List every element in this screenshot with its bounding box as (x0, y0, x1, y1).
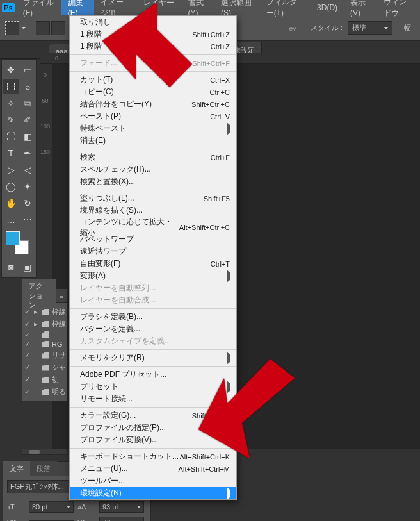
edit-toolbar[interactable]: ⋯ (20, 212, 35, 227)
menu-item[interactable]: 検索Ctrl+F (70, 151, 236, 163)
annotation-arrow-bottom (198, 359, 301, 461)
leading-field[interactable]: 93 pt (99, 501, 144, 513)
action-row[interactable]: ✓▸枠線 (24, 318, 66, 330)
font-size-field[interactable]: 80 pt (29, 501, 74, 513)
mode-add-selection-button[interactable] (51, 21, 65, 35)
ev-label: ev (289, 24, 296, 32)
action-row[interactable]: ✓ (24, 330, 66, 339)
menu-item[interactable]: スペルチェック(H)... (70, 163, 236, 176)
menu-item: カスタムシェイプを定義... (70, 335, 236, 347)
action-row[interactable]: ✓リサ (24, 349, 66, 361)
crop-tool[interactable]: ⧉ (20, 95, 35, 111)
menu-item[interactable]: 塗りつぶし(L)...Shift+F5 (70, 192, 236, 204)
menu-item[interactable]: ブラシを定義(B)... (70, 311, 236, 323)
action-row[interactable]: ✓明る (24, 386, 66, 398)
quickmask-toggle[interactable]: ◙ (4, 260, 19, 275)
action-row[interactable]: ✓RG (24, 339, 66, 349)
screenmode-toggle[interactable]: ▣ (20, 260, 35, 275)
style-select[interactable]: 標準 (348, 21, 392, 35)
menu-item[interactable]: 自由変形(F)Ctrl+T (70, 258, 236, 270)
actions-panel: アクション ≡ ✓▸枠線✓▸枠線✓✓RG✓リサ✓シャ✓初✓明る (22, 288, 68, 401)
menu-item: レイヤーを自動合成... (70, 294, 236, 306)
menu-item[interactable]: コンテンツに応じて拡大・縮小Alt+Shift+Ctrl+C (70, 221, 236, 233)
annotation-arrow-top-simple (96, 3, 205, 118)
path-select-tool[interactable]: ▷ (3, 162, 19, 178)
zoom-tool[interactable]: … (3, 212, 19, 227)
leading-icon: ᴀA (77, 503, 95, 511)
app-logo: Ps (0, 0, 17, 15)
action-row[interactable]: ✓シャ (24, 361, 66, 374)
menu-item[interactable]: 特殊ペースト (70, 122, 236, 135)
toolbox: ✥ ▭ ⌕ ✧ ⧉ ✎ ✐ ⛶ ◧ T ✒ ▷ ◁ ◯ ✦ ✋ ↻ … ⋯ ◙ … (1, 59, 37, 278)
panel-menu-icon[interactable]: ≡ (56, 292, 67, 300)
menu-item[interactable]: 環境設定(N) (70, 487, 236, 499)
character-tab[interactable]: 文字 (3, 461, 30, 476)
marquee-tool[interactable] (3, 79, 19, 94)
tool-preset-dropdown[interactable] (20, 25, 27, 31)
hand-tool[interactable]: ✋ (3, 195, 19, 211)
artboard-tool[interactable]: ▭ (20, 62, 35, 78)
menu-item[interactable]: ツールバー... (70, 475, 236, 487)
style-label: スタイル : (311, 23, 343, 33)
menu-item[interactable]: パターンを定義... (70, 323, 236, 335)
type-tool[interactable]: T (3, 145, 19, 161)
marquee-tool-icon[interactable] (5, 21, 19, 35)
eyedropper-tool[interactable]: ✎ (3, 112, 19, 128)
foreground-swatch[interactable] (6, 231, 20, 245)
svg-marker-2 (198, 359, 295, 458)
rotate-view-tool[interactable]: ↻ (20, 195, 35, 211)
custom-shape-tool[interactable]: ✦ (20, 179, 35, 194)
menu-5[interactable]: 選択範囲(S) (214, 0, 260, 15)
menu-7[interactable]: 3D(D) (311, 0, 344, 15)
menu-item: レイヤーを自動整列... (70, 282, 236, 294)
eraser-tool[interactable]: ◧ (20, 129, 35, 144)
width-label: 幅 : (404, 23, 415, 33)
menu-item[interactable]: メニュー(U)...Alt+Shift+Ctrl+M (70, 463, 236, 475)
kerning-icon: V/A (7, 518, 25, 521)
magic-wand-tool[interactable]: ✧ (3, 95, 19, 111)
menu-item[interactable]: 変形(A) (70, 270, 236, 282)
menu-0[interactable]: ファイル(F) (17, 0, 61, 15)
direct-select-tool[interactable]: ◁ (20, 162, 35, 178)
font-size-icon: ᴛT (7, 503, 25, 511)
menubar: Ps ファイル(F)編集(E)イメージ(I)レイヤー(L)書式(Y)選択範囲(S… (0, 0, 420, 15)
menu-item[interactable]: 境界線を描く(S)... (70, 204, 236, 217)
clone-stamp-tool[interactable]: ⛶ (3, 129, 19, 144)
actions-scrollbar[interactable] (22, 449, 68, 455)
lasso-tool[interactable]: ⌕ (20, 79, 35, 94)
menu-1[interactable]: 編集(E) (61, 0, 95, 15)
tracking-field[interactable]: -25 (99, 517, 144, 521)
paragraph-tab[interactable]: 段落 (30, 461, 57, 476)
pen-tool[interactable]: ✒ (20, 145, 35, 161)
menu-item[interactable]: 遠近法ワープ (70, 245, 236, 258)
color-swatches[interactable] (3, 230, 34, 256)
move-tool[interactable]: ✥ (3, 62, 19, 78)
menu-item[interactable]: 検索と置換(X)... (70, 176, 236, 188)
menu-6[interactable]: フィルター(T) (260, 0, 311, 15)
tracking-icon: VA (77, 518, 95, 521)
menu-8[interactable]: 表示(V) (344, 0, 377, 15)
ellipse-tool[interactable]: ◯ (3, 179, 19, 194)
mode-new-selection-button[interactable] (36, 21, 50, 35)
menu-9[interactable]: ウィンドウ (377, 0, 420, 15)
brush-tool[interactable]: ✐ (20, 112, 35, 128)
action-row[interactable]: ✓初 (24, 374, 66, 386)
menu-item[interactable]: 消去(E) (70, 135, 236, 147)
